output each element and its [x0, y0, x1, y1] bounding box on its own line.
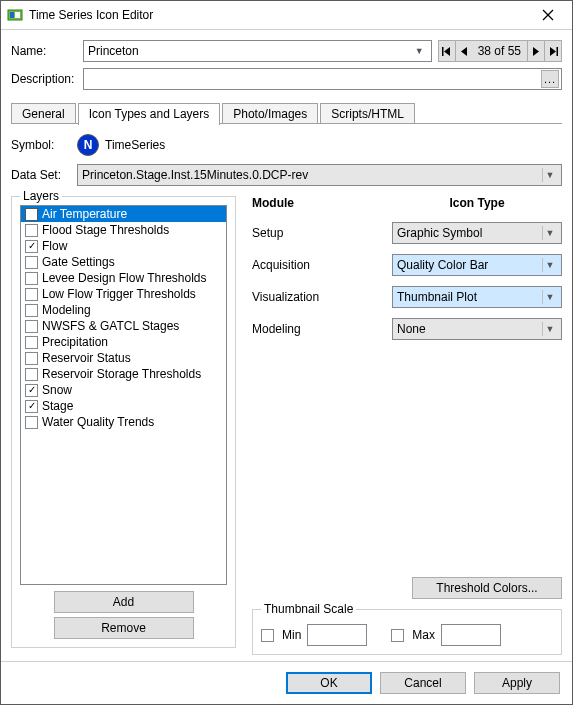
pager-text: 38 of 55 — [472, 40, 527, 62]
layer-item[interactable]: Snow — [21, 382, 226, 398]
chevron-down-icon: ▼ — [542, 290, 557, 304]
icon-type-combobox[interactable]: Thumbnail Plot▼ — [392, 286, 562, 308]
app-icon — [7, 7, 23, 23]
layer-checkbox[interactable] — [25, 240, 38, 253]
chevron-down-icon: ▼ — [542, 226, 557, 240]
description-field[interactable]: ... — [83, 68, 562, 90]
layer-label: Low Flow Trigger Thresholds — [42, 287, 196, 301]
layer-checkbox[interactable] — [25, 368, 38, 381]
description-browse-button[interactable]: ... — [541, 70, 559, 88]
cancel-button[interactable]: Cancel — [380, 672, 466, 694]
layers-groupbox: Layers Air TemperatureFlood Stage Thresh… — [11, 196, 236, 648]
layers-panel: Layers Air TemperatureFlood Stage Thresh… — [11, 196, 236, 655]
layer-checkbox[interactable] — [25, 272, 38, 285]
layer-label: NWSFS & GATCL Stages — [42, 319, 179, 333]
symbol-label: Symbol: — [11, 138, 71, 152]
layer-item[interactable]: Low Flow Trigger Thresholds — [21, 286, 226, 302]
svg-marker-9 — [550, 47, 556, 56]
layer-checkbox[interactable] — [25, 416, 38, 429]
layer-checkbox[interactable] — [25, 336, 38, 349]
module-label: Setup — [252, 226, 392, 240]
tab-scripts-html[interactable]: Scripts/HTML — [320, 103, 415, 124]
layer-checkbox[interactable] — [25, 320, 38, 333]
max-label: Max — [412, 628, 435, 642]
tab-content: Symbol: N TimeSeries Data Set: Princeton… — [11, 124, 562, 655]
module-row: VisualizationThumbnail Plot▼ — [252, 286, 562, 308]
first-record-button[interactable] — [438, 40, 456, 62]
min-checkbox[interactable] — [261, 629, 274, 642]
name-combobox[interactable]: Princeton ▼ — [83, 40, 432, 62]
titlebar: Time Series Icon Editor — [1, 1, 572, 30]
layer-checkbox[interactable] — [25, 288, 38, 301]
remove-layer-button[interactable]: Remove — [54, 617, 194, 639]
description-label: Description: — [11, 72, 83, 86]
max-field[interactable] — [441, 624, 501, 646]
min-field[interactable] — [307, 624, 367, 646]
layer-item[interactable]: Gate Settings — [21, 254, 226, 270]
dialog-body: Name: Princeton ▼ 38 of 55 — [1, 30, 572, 661]
layer-checkbox[interactable] — [25, 384, 38, 397]
layer-item[interactable]: Stage — [21, 398, 226, 414]
layer-label: Reservoir Status — [42, 351, 131, 365]
layers-list[interactable]: Air TemperatureFlood Stage ThresholdsFlo… — [20, 205, 227, 585]
layer-item[interactable]: NWSFS & GATCL Stages — [21, 318, 226, 334]
layer-item[interactable]: Precipitation — [21, 334, 226, 350]
layer-item[interactable]: Flow — [21, 238, 226, 254]
icon-type-combobox[interactable]: Quality Color Bar▼ — [392, 254, 562, 276]
module-row: SetupGraphic Symbol▼ — [252, 222, 562, 244]
chevron-down-icon: ▼ — [414, 46, 427, 57]
chevron-down-icon: ▼ — [542, 258, 557, 272]
threshold-colors-button[interactable]: Threshold Colors... — [412, 577, 562, 599]
layer-checkbox[interactable] — [25, 400, 38, 413]
layer-item[interactable]: Levee Design Flow Thresholds — [21, 270, 226, 286]
min-label: Min — [282, 628, 301, 642]
first-icon — [442, 47, 451, 56]
layer-checkbox[interactable] — [25, 304, 38, 317]
svg-rect-2 — [15, 12, 20, 18]
ok-button[interactable]: OK — [286, 672, 372, 694]
icon-type-value: Graphic Symbol — [397, 226, 542, 240]
thumbnail-scale-title: Thumbnail Scale — [261, 602, 356, 616]
svg-rect-10 — [556, 47, 558, 56]
layer-checkbox[interactable] — [25, 224, 38, 237]
thumbnail-scale-groupbox: Thumbnail Scale Min Max — [252, 609, 562, 655]
icon-type-combobox[interactable]: None▼ — [392, 318, 562, 340]
apply-button[interactable]: Apply — [474, 672, 560, 694]
icon-type-value: Quality Color Bar — [397, 258, 542, 272]
module-label: Acquisition — [252, 258, 392, 272]
layer-item[interactable]: Reservoir Storage Thresholds — [21, 366, 226, 382]
symbol-icon[interactable]: N — [77, 134, 99, 156]
module-header-label: Module — [252, 196, 392, 210]
layer-item[interactable]: Modeling — [21, 302, 226, 318]
close-button[interactable] — [528, 3, 568, 27]
layer-label: Modeling — [42, 303, 91, 317]
layer-label: Stage — [42, 399, 73, 413]
layer-item[interactable]: Reservoir Status — [21, 350, 226, 366]
layer-checkbox[interactable] — [25, 256, 38, 269]
layer-item[interactable]: Flood Stage Thresholds — [21, 222, 226, 238]
tab-photo-images[interactable]: Photo/Images — [222, 103, 318, 124]
layer-label: Water Quality Trends — [42, 415, 154, 429]
prev-record-button[interactable] — [455, 40, 473, 62]
tab-icon-types-and-layers[interactable]: Icon Types and Layers — [78, 103, 221, 125]
layer-label: Flow — [42, 239, 67, 253]
layers-buttons: Add Remove — [20, 591, 227, 639]
tab-general[interactable]: General — [11, 103, 76, 124]
dataset-combobox[interactable]: Princeton.Stage.Inst.15Minutes.0.DCP-rev… — [77, 164, 562, 186]
tab-bar: GeneralIcon Types and LayersPhoto/Images… — [11, 102, 562, 124]
max-checkbox[interactable] — [391, 629, 404, 642]
layer-item[interactable]: Water Quality Trends — [21, 414, 226, 430]
layer-label: Snow — [42, 383, 72, 397]
prev-icon — [460, 47, 467, 56]
last-record-button[interactable] — [544, 40, 562, 62]
svg-marker-6 — [444, 47, 450, 56]
dataset-value: Princeton.Stage.Inst.15Minutes.0.DCP-rev — [82, 168, 542, 182]
layer-checkbox[interactable] — [25, 352, 38, 365]
layer-item[interactable]: Air Temperature — [21, 206, 226, 222]
module-label: Modeling — [252, 322, 392, 336]
next-record-button[interactable] — [527, 40, 545, 62]
layer-checkbox[interactable] — [25, 208, 38, 221]
icon-type-combobox[interactable]: Graphic Symbol▼ — [392, 222, 562, 244]
add-layer-button[interactable]: Add — [54, 591, 194, 613]
icontype-header-label: Icon Type — [392, 196, 562, 210]
